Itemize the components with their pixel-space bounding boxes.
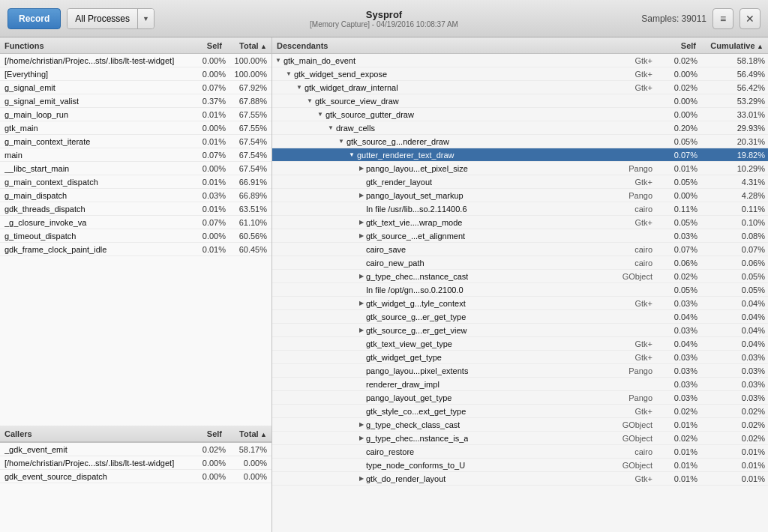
descendant-row[interactable]: ▶ pango_layou...pixel_extents Pango 0.03… <box>272 364 768 378</box>
descendant-row[interactable]: ▼ gtk_source_view_draw 0.00% 53.29% <box>272 94 768 108</box>
descendant-row[interactable]: ▶ cairo_new_path cairo 0.06% 0.06% <box>272 256 768 270</box>
descendant-row[interactable]: ▶ pango_layou...et_pixel_size Pango 0.01… <box>272 162 768 175</box>
functions-list: [/home/christian/Projec...sts/.libs/lt-t… <box>0 54 272 426</box>
descendant-row[interactable]: ▶ gtk_widget_g...tyle_context Gtk+ 0.03%… <box>272 297 768 310</box>
function-row[interactable]: g_signal_emit_valist 0.37% 67.88% <box>0 94 272 108</box>
record-button[interactable]: Record <box>8 8 61 29</box>
function-name: [/home/christian/Projec...sts/.libs/lt-t… <box>4 56 184 65</box>
expand-icon[interactable]: ▼ <box>296 84 302 91</box>
dropdown-arrow-icon[interactable]: ▼ <box>137 9 154 28</box>
descendant-row[interactable]: ▶ gtk_text_view_get_type Gtk+ 0.04% 0.04… <box>272 337 768 351</box>
expand-icon[interactable]: ▼ <box>286 70 292 77</box>
caller-row[interactable]: gdk_event_source_dispatch 0.00% 0.00% <box>0 470 272 483</box>
descendant-row[interactable]: ▶ gtk_widget_get_type Gtk+ 0.03% 0.03% <box>272 351 768 364</box>
expand-icon[interactable]: ▶ <box>359 421 364 428</box>
descendant-cumulative: 20.31% <box>698 137 765 146</box>
function-total: 67.54% <box>226 137 267 146</box>
descendant-row[interactable]: ▶ In file /usr/lib...so.2.11400.6 cairo … <box>272 202 768 216</box>
descendant-cumulative: 0.04% <box>698 312 765 321</box>
expand-icon[interactable]: ▶ <box>359 327 364 333</box>
expand-icon[interactable]: ▼ <box>338 138 344 145</box>
function-total: 100.00% <box>226 56 267 65</box>
function-row[interactable]: g_timeout_dispatch 0.00% 60.56% <box>0 229 272 243</box>
descendant-self: 0.03% <box>652 366 698 375</box>
descendant-row[interactable]: ▶ g_type_chec...nstance_cast GObject 0.0… <box>272 270 768 283</box>
expand-icon[interactable]: ▶ <box>359 219 364 226</box>
descendant-row[interactable]: ▶ pango_layout_get_type Pango 0.03% 0.03… <box>272 391 768 405</box>
descendant-indent: ▼ gtk_source_view_draw <box>275 97 600 106</box>
expand-icon[interactable]: ▶ <box>359 273 364 279</box>
descendant-row[interactable]: ▶ g_type_chec...nstance_is_a GObject 0.0… <box>272 432 768 445</box>
descendant-row[interactable]: ▶ gtk_text_vie....wrap_mode Gtk+ 0.05% 0… <box>272 216 768 229</box>
function-row[interactable]: main 0.07% 67.54% <box>0 148 272 162</box>
descendant-name: gtk_widget_draw_internal <box>304 83 398 92</box>
caller-row[interactable]: _gdk_event_emit 0.02% 58.17% <box>0 443 272 456</box>
descendant-name: gtk_style_co...ext_get_type <box>366 407 466 416</box>
function-row[interactable]: __libc_start_main 0.00% 67.54% <box>0 162 272 175</box>
descendant-name: gtk_source_view_draw <box>315 97 399 106</box>
descendant-self: 0.04% <box>652 312 698 321</box>
descendant-row[interactable]: ▶ gtk_source_g...er_get_type 0.04% 0.04% <box>272 310 768 324</box>
function-name: g_signal_emit_valist <box>4 97 184 106</box>
expand-icon[interactable]: ▶ <box>359 232 364 239</box>
menu-button[interactable]: ≡ <box>712 8 734 29</box>
descendant-self: 0.20% <box>652 124 698 133</box>
descendant-row[interactable]: ▼ gtk_source_g...nderer_draw 0.05% 20.31… <box>272 135 768 148</box>
function-row[interactable]: [/home/christian/Projec...sts/.libs/lt-t… <box>0 54 272 67</box>
descendant-row[interactable]: ▶ gtk_do_render_layout Gtk+ 0.01% 0.01% <box>272 472 768 486</box>
descendant-row[interactable]: ▶ gtk_render_layout Gtk+ 0.05% 4.31% <box>272 175 768 189</box>
expand-icon[interactable]: ▼ <box>307 97 313 104</box>
function-row[interactable]: gdk_frame_clock_paint_idle 0.01% 60.45% <box>0 243 272 256</box>
descendant-self: 0.02% <box>652 83 698 92</box>
expand-icon[interactable]: ▶ <box>359 300 364 306</box>
descendant-row[interactable]: ▼ draw_cells 0.20% 29.93% <box>272 121 768 135</box>
left-panel: Functions Self Total [/home/christian/Pr… <box>0 37 272 532</box>
descendant-row[interactable]: ▼ gtk_widget_send_expose Gtk+ 0.00% 56.4… <box>272 67 768 81</box>
descendant-row[interactable]: ▼ gutter_renderer_text_draw 0.07% 19.82% <box>272 148 768 162</box>
function-row[interactable]: _g_closure_invoke_va 0.07% 61.10% <box>0 216 272 229</box>
descendant-row[interactable]: ▶ g_type_check_class_cast GObject 0.01% … <box>272 418 768 432</box>
all-processes-dropdown[interactable]: All Processes ▼ <box>67 8 154 29</box>
function-row[interactable]: gdk_threads_dispatch 0.01% 63.51% <box>0 202 272 216</box>
expand-icon[interactable]: ▶ <box>359 435 364 441</box>
descendant-row[interactable]: ▶ renderer_draw_impl 0.03% 0.03% <box>272 378 768 391</box>
descendant-cumulative: 58.18% <box>698 56 765 65</box>
function-row[interactable]: g_main_loop_run 0.01% 67.55% <box>0 108 272 121</box>
descendant-row[interactable]: ▼ gtk_source_gutter_draw 0.00% 33.01% <box>272 108 768 121</box>
expand-icon[interactable]: ▼ <box>275 57 281 64</box>
function-name: g_main_context_dispatch <box>4 178 184 187</box>
descendant-row[interactable]: ▼ gtk_main_do_event Gtk+ 0.02% 58.18% <box>272 54 768 67</box>
expand-icon[interactable]: ▼ <box>328 124 334 131</box>
function-row[interactable]: g_main_dispatch 0.03% 66.89% <box>0 189 272 202</box>
close-button[interactable]: ✕ <box>740 8 760 29</box>
descendant-row[interactable]: ▶ pango_layout_set_markup Pango 0.00% 4.… <box>272 189 768 202</box>
descendant-name: pango_layou...pixel_extents <box>366 366 468 375</box>
caller-row[interactable]: [/home/christian/Projec...sts/.libs/lt-t… <box>0 456 272 470</box>
descendant-row[interactable]: ▶ gtk_source_g...er_get_view 0.03% 0.04% <box>272 324 768 337</box>
descendant-row[interactable]: ▶ In file /opt/gn...so.0.2100.0 0.05% 0.… <box>272 283 768 297</box>
function-row[interactable]: g_main_context_iterate 0.01% 67.54% <box>0 135 272 148</box>
expand-icon[interactable]: ▼ <box>349 151 355 158</box>
function-row[interactable]: [Everything] 0.00% 100.00% <box>0 67 272 81</box>
descendant-indent: ▶ gtk_render_layout <box>275 178 600 187</box>
descendant-row[interactable]: ▶ gtk_source_...et_alignment 0.03% 0.08% <box>272 229 768 243</box>
descendant-row[interactable]: ▶ type_node_conforms_to_U GObject 0.01% … <box>272 459 768 472</box>
expand-icon[interactable]: ▶ <box>359 165 364 172</box>
descendant-row[interactable]: ▼ gtk_widget_draw_internal Gtk+ 0.02% 56… <box>272 81 768 94</box>
descendant-row[interactable]: ▶ cairo_save cairo 0.07% 0.07% <box>272 243 768 256</box>
callers-section: Callers Self Total _gdk_event_emit 0.02%… <box>0 426 272 532</box>
descendant-self: 0.02% <box>652 56 698 65</box>
function-self: 0.01% <box>184 137 226 146</box>
all-processes-button[interactable]: All Processes <box>68 9 137 28</box>
expand-icon[interactable]: ▼ <box>317 111 323 118</box>
descendant-self: 0.02% <box>652 272 698 281</box>
expand-icon[interactable]: ▶ <box>359 475 364 482</box>
function-row[interactable]: g_main_context_dispatch 0.01% 66.91% <box>0 175 272 189</box>
descendant-row[interactable]: ▶ gtk_style_co...ext_get_type Gtk+ 0.02%… <box>272 405 768 418</box>
descendant-row[interactable]: ▶ cairo_restore cairo 0.01% 0.01% <box>272 445 768 459</box>
descendant-self: 0.04% <box>652 339 698 348</box>
descendant-indent: ▼ gtk_widget_send_expose <box>275 70 600 79</box>
expand-icon[interactable]: ▶ <box>359 192 364 199</box>
function-row[interactable]: g_signal_emit 0.07% 67.92% <box>0 81 272 94</box>
function-row[interactable]: gtk_main 0.00% 67.55% <box>0 121 272 135</box>
